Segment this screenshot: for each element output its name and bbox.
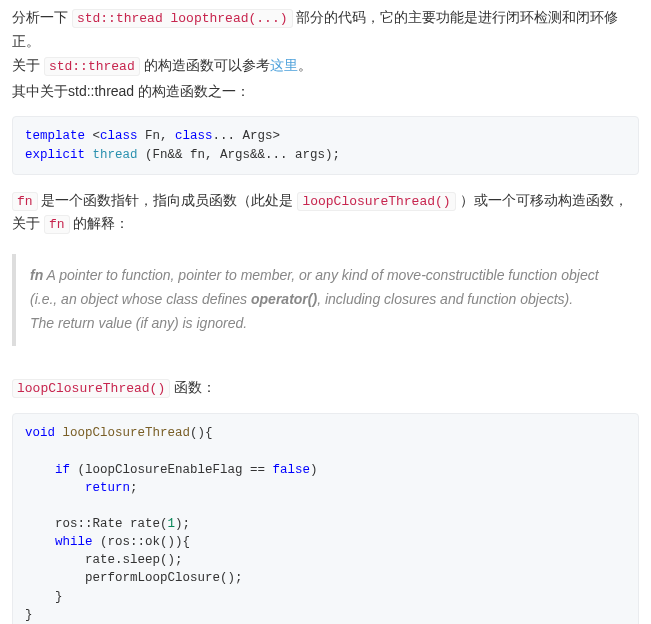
paragraph-5: loopClosureThread() 函数： (12, 376, 639, 400)
code-text: (ros::ok()){ (93, 535, 191, 549)
keyword: void (25, 426, 55, 440)
text: 分析一下 (12, 9, 72, 25)
code-text: < (85, 129, 100, 143)
inline-code: fn (12, 192, 38, 211)
paragraph-2: 关于 std::thread 的构造函数可以参考这里。 (12, 54, 639, 78)
inline-code: std::thread loopthread(...) (72, 9, 293, 28)
keyword: class (100, 129, 138, 143)
inline-code: fn (44, 215, 70, 234)
quote-term: fn (30, 267, 43, 283)
text: 的解释： (70, 215, 130, 231)
code-text: (Fn&& fn, Args&&... args); (138, 148, 341, 162)
keyword: explicit (25, 148, 85, 162)
function-name: loopClosureThread (63, 426, 191, 440)
paragraph-4: fn 是一个函数指针，指向成员函数（此处是 loopClosureThread(… (12, 189, 639, 237)
text: 的构造函数可以参考 (140, 57, 270, 73)
keyword: false (273, 463, 311, 477)
blockquote: fn A pointer to function, pointer to mem… (12, 254, 639, 345)
code-text: Fn, (138, 129, 176, 143)
keyword: template (25, 129, 85, 143)
keyword: while (55, 535, 93, 549)
number: 1 (168, 517, 176, 531)
text: 函数： (170, 379, 216, 395)
inline-code: std::thread (44, 57, 140, 76)
code-text: (loopClosureEnableFlag == (70, 463, 273, 477)
code-text: } (25, 608, 33, 622)
code-text: ros::Rate rate( (25, 517, 168, 531)
quote-text: , including closures and function object… (317, 291, 573, 307)
text: 是一个函数指针，指向成员函数（此处是 (38, 192, 298, 208)
code-text: ... Args> (213, 129, 281, 143)
code-text: ) (310, 463, 318, 477)
text: 。 (298, 57, 312, 73)
paragraph-3: 其中关于std::thread 的构造函数之一： (12, 80, 639, 102)
reference-link[interactable]: 这里 (270, 57, 298, 73)
code-text: performLoopClosure(); (25, 571, 243, 585)
code-text: rate.sleep(); (25, 553, 183, 567)
inline-code: loopClosureThread() (12, 379, 170, 398)
quote-term: operator() (251, 291, 317, 307)
code-block-function: void loopClosureThread(){ if (loopClosur… (12, 413, 639, 624)
keyword: class (175, 129, 213, 143)
code-text: ); (175, 517, 190, 531)
type: thread (93, 148, 138, 162)
keyword: return (85, 481, 130, 495)
paragraph-1: 分析一下 std::thread loopthread(...) 部分的代码，它… (12, 6, 639, 52)
code-text: ; (130, 481, 138, 495)
text: 关于 (12, 57, 44, 73)
code-text: (){ (190, 426, 213, 440)
inline-code: loopClosureThread() (297, 192, 455, 211)
code-block-template: template <class Fn, class... Args> expli… (12, 116, 639, 174)
keyword: if (55, 463, 70, 477)
code-text (85, 148, 93, 162)
code-text: } (25, 590, 63, 604)
quote-text: The return value (if any) is ignored. (30, 312, 625, 336)
